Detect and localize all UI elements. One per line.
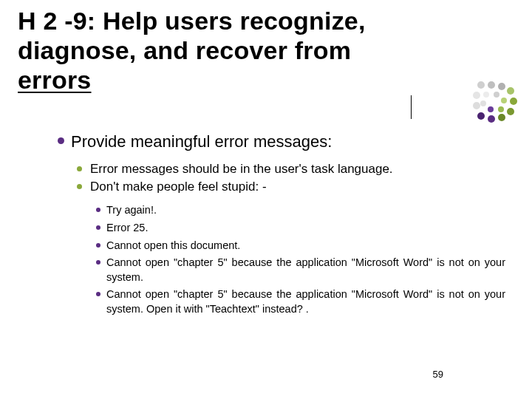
slide-title: H 2 -9: Help users recognize, diagnose, …: [18, 6, 409, 95]
bullet-level-3: Try again!.: [106, 203, 505, 218]
deco-dot: [507, 87, 514, 95]
page-number: 59: [433, 369, 443, 380]
title-cursor-mark: [411, 95, 412, 119]
deco-dot: [494, 92, 499, 98]
deco-dot: [488, 81, 495, 89]
bullet-level-2: Error messages should be in the user's t…: [90, 161, 505, 178]
slide-body: Provide meaningful error messages: Error…: [71, 132, 505, 319]
bullet-level-2: Don't make people feel stupid: -: [90, 179, 505, 196]
level-3-list: Try again!.Error 25.Cannot open this doc…: [106, 203, 505, 316]
deco-dot: [473, 92, 480, 99]
slide: H 2 -9: Help users recognize, diagnose, …: [0, 0, 532, 399]
deco-dot: [507, 108, 514, 115]
deco-dot: [488, 115, 495, 123]
deco-dot: [477, 112, 485, 120]
level-2-list: Error messages should be in the user's t…: [90, 161, 505, 197]
deco-dot: [498, 114, 505, 121]
deco-dot: [488, 106, 494, 112]
bullet-level-3: Cannot open "chapter 5" because the appl…: [106, 287, 505, 316]
deco-dot: [498, 83, 505, 90]
deco-dot: [501, 98, 507, 103]
deco-dot: [477, 81, 485, 89]
deco-dot: [480, 100, 486, 106]
deco-dot: [510, 98, 517, 105]
deco-dot: [483, 92, 489, 98]
bullet-level-3: Cannot open "chapter 5" because the appl…: [106, 256, 505, 284]
bullet-level-1: Provide meaningful error messages:: [71, 132, 505, 152]
deco-dot: [473, 102, 480, 109]
dots-decoration: [473, 81, 514, 123]
bullet-level-3: Error 25.: [106, 221, 505, 236]
deco-dot: [498, 106, 504, 112]
bullet-level-3: Cannot open this document.: [106, 239, 505, 253]
